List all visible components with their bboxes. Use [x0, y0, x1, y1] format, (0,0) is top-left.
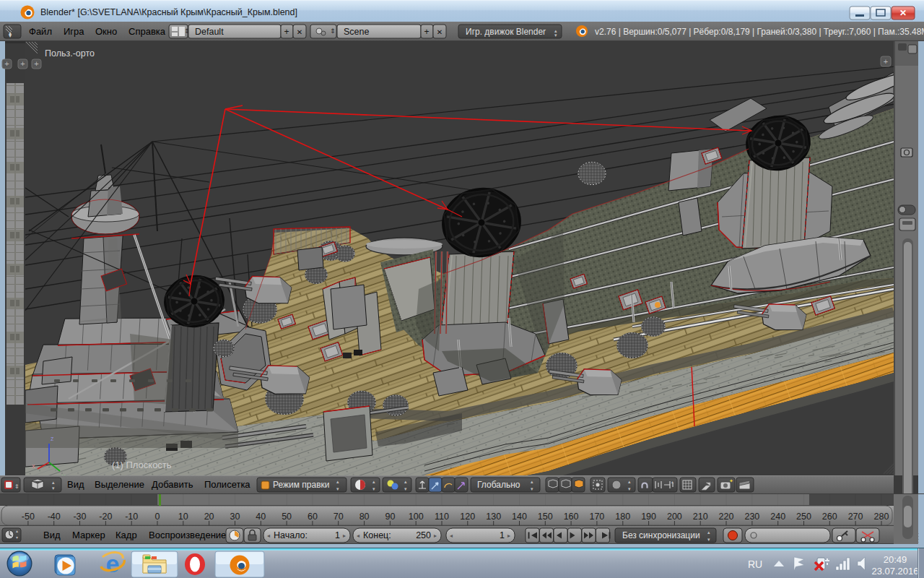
- svg-text:Справка: Справка: [128, 26, 166, 37]
- svg-text:250: 250: [416, 530, 431, 540]
- svg-text:160: 160: [564, 512, 579, 522]
- svg-text:+: +: [34, 59, 38, 68]
- svg-text:Кадр: Кадр: [116, 530, 137, 540]
- svg-text:200: 200: [667, 512, 682, 522]
- svg-text:▴: ▴: [671, 480, 674, 484]
- svg-text:▸: ▸: [343, 532, 346, 539]
- svg-text:-30: -30: [73, 512, 86, 522]
- svg-text:▸: ▸: [507, 532, 510, 539]
- svg-text:Польз.-орто: Польз.-орто: [45, 48, 95, 59]
- svg-text:+: +: [20, 59, 25, 68]
- svg-text:RU: RU: [748, 558, 762, 570]
- svg-text:210: 210: [693, 512, 708, 522]
- svg-text:280: 280: [874, 512, 889, 522]
- svg-text:▴: ▴: [628, 479, 631, 484]
- svg-text:220: 220: [719, 512, 734, 522]
- svg-text:Без синхронизации: Без синхронизации: [622, 530, 700, 540]
- svg-text:Вид: Вид: [43, 530, 61, 540]
- svg-text:230: 230: [744, 512, 759, 522]
- svg-text:180: 180: [615, 512, 630, 522]
- svg-text:+: +: [424, 27, 429, 37]
- svg-text:10: 10: [178, 512, 188, 522]
- svg-text:◂: ◂: [357, 532, 359, 539]
- svg-text:Scene: Scene: [344, 27, 369, 37]
- svg-text:120: 120: [460, 512, 475, 522]
- svg-text:Выделение: Выделение: [95, 479, 144, 490]
- svg-text:Режим правки: Режим правки: [273, 480, 330, 490]
- svg-text:80: 80: [359, 512, 370, 522]
- svg-text:Игра: Игра: [64, 26, 84, 37]
- svg-text:▴: ▴: [531, 479, 533, 484]
- svg-text:270: 270: [848, 512, 863, 522]
- svg-text:Добавить: Добавить: [152, 479, 193, 490]
- svg-text:Игр. движок Blender: Игр. движок Blender: [466, 27, 546, 37]
- svg-text:260: 260: [822, 512, 837, 522]
- svg-text:1: 1: [335, 530, 340, 540]
- svg-text:▾: ▾: [9, 33, 12, 39]
- svg-text:40: 40: [256, 512, 266, 522]
- svg-text:⇕: ⇕: [330, 27, 336, 35]
- svg-text:-20: -20: [99, 512, 112, 522]
- svg-text:190: 190: [641, 512, 656, 522]
- svg-text:150: 150: [538, 512, 553, 522]
- svg-text:240: 240: [770, 512, 785, 522]
- svg-text:▾: ▾: [707, 537, 710, 542]
- svg-text:Конец:: Конец:: [363, 530, 391, 540]
- svg-text:✕: ✕: [297, 28, 302, 36]
- svg-text:▾: ▾: [531, 486, 533, 491]
- svg-text:▴: ▴: [16, 529, 18, 533]
- svg-text:30: 30: [230, 512, 240, 522]
- svg-text:✕: ✕: [899, 8, 907, 18]
- svg-text:1: 1: [500, 530, 505, 540]
- svg-text:Воспроизведение: Воспроизведение: [149, 530, 226, 540]
- svg-text:-10: -10: [125, 512, 138, 522]
- svg-text:▾: ▾: [404, 486, 407, 491]
- svg-text:▾: ▾: [16, 535, 18, 540]
- svg-text:▾: ▾: [554, 33, 557, 38]
- svg-text:▴: ▴: [707, 530, 710, 535]
- svg-text:23.07.2016: 23.07.2016: [871, 566, 918, 577]
- svg-text:▾: ▾: [372, 486, 375, 491]
- svg-text:⇕: ⇕: [14, 483, 19, 490]
- svg-text:110: 110: [435, 512, 449, 522]
- svg-text:v2.76 | Вершин:0/5,077 | Рёбер: v2.76 | Вершин:0/5,077 | Рёбер:0/8,179 |…: [595, 27, 924, 37]
- svg-text:170: 170: [589, 512, 604, 522]
- svg-text:▾: ▾: [336, 486, 339, 491]
- svg-text:Полисетка: Полисетка: [204, 479, 250, 490]
- svg-text:▴: ▴: [404, 479, 407, 484]
- svg-text:▾: ▾: [628, 486, 631, 491]
- svg-text:Вид: Вид: [67, 479, 84, 490]
- svg-text:Default: Default: [195, 27, 224, 37]
- svg-text:▴: ▴: [336, 479, 339, 484]
- svg-text:Маркер: Маркер: [72, 530, 105, 540]
- svg-text:◂: ◂: [267, 532, 270, 539]
- svg-text:(1) Плоскость: (1) Плоскость: [112, 460, 172, 470]
- svg-text:Файл: Файл: [29, 26, 52, 37]
- svg-text:50: 50: [282, 512, 292, 522]
- svg-text:20: 20: [204, 512, 214, 522]
- svg-text:▾: ▾: [52, 486, 55, 491]
- svg-text:140: 140: [512, 512, 527, 522]
- svg-text:+: +: [884, 57, 888, 66]
- svg-text:▴: ▴: [52, 480, 55, 485]
- svg-text:-50: -50: [22, 512, 35, 522]
- svg-text:+: +: [284, 27, 289, 37]
- svg-text:Глобально: Глобально: [477, 480, 520, 490]
- svg-text:Blender* [G:\SVETLANA\Красный: Blender* [G:\SVETLANA\Красный Крым\Красн…: [40, 7, 297, 17]
- svg-text:130: 130: [486, 512, 501, 522]
- svg-text:▸: ▸: [434, 532, 437, 539]
- svg-text:x: x: [32, 462, 35, 470]
- svg-text:60: 60: [308, 512, 318, 522]
- svg-text:✕: ✕: [437, 28, 443, 36]
- svg-text:◂: ◂: [450, 532, 453, 539]
- svg-text:✦: ✦: [729, 478, 733, 483]
- svg-text:20:49: 20:49: [884, 554, 907, 565]
- svg-text:0: 0: [155, 512, 160, 522]
- svg-text:250: 250: [796, 512, 811, 522]
- svg-text:Начало:: Начало:: [274, 530, 308, 540]
- svg-text:70: 70: [334, 512, 344, 522]
- svg-text:Окно: Окно: [95, 26, 117, 37]
- svg-text:z: z: [51, 435, 54, 442]
- svg-text:+: +: [4, 59, 9, 68]
- svg-text:▴: ▴: [372, 479, 375, 484]
